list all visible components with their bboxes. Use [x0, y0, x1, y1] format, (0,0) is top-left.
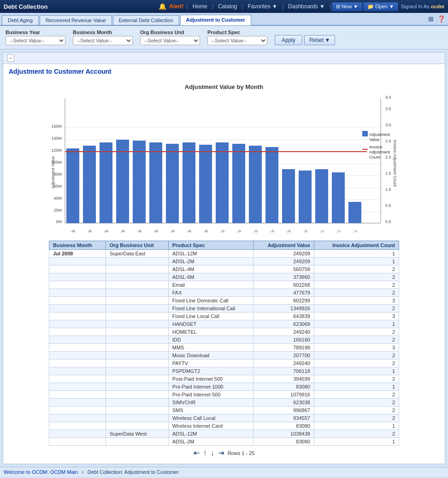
svg-text:Mar 2010: Mar 2010	[228, 229, 242, 232]
cell-month	[49, 407, 106, 414]
cell-inv-count: 1	[314, 258, 399, 266]
apply-button[interactable]: Apply	[275, 35, 302, 45]
cell-product: ADSL-12M	[168, 430, 253, 438]
table-icon-button[interactable]: ⊞	[427, 14, 435, 24]
cell-month	[49, 336, 106, 344]
col-header-adj-value: Adjustment Value	[253, 241, 314, 250]
table-row: Post-Paid Internet 5003945992	[49, 375, 399, 383]
svg-text:2.0: 2.0	[385, 155, 391, 159]
cell-product: Music Download	[168, 352, 253, 360]
cell-month: Jul 2008	[49, 250, 106, 258]
tab-external-debt[interactable]: External Debt Collection	[113, 15, 179, 25]
last-page-button[interactable]: ⇥	[218, 448, 224, 457]
svg-text:2.5: 2.5	[385, 139, 391, 143]
business-year-select[interactable]: --Select Value--	[6, 36, 65, 45]
prev-page-button[interactable]: ↑	[203, 449, 207, 457]
svg-text:Jul 2008: Jul 2008	[63, 229, 76, 232]
cell-org	[106, 414, 168, 422]
help-icon-button[interactable]: ❓	[436, 14, 446, 24]
reset-button[interactable]: Reset ▼	[304, 35, 335, 45]
reset-label: Reset	[309, 37, 324, 43]
open-button[interactable]: 📁 Open ▼	[363, 2, 398, 11]
cell-product: Fixed Line Local Call	[168, 313, 253, 320]
table-row: Fixed Line Domestic Call6022993	[49, 297, 399, 305]
cell-product: Pre-Paid Internet 500	[168, 391, 253, 399]
next-page-button[interactable]: ↓	[211, 449, 214, 457]
table-row: IDD1661602	[49, 336, 399, 344]
cell-org	[106, 344, 168, 352]
cell-month	[49, 297, 106, 305]
product-spec-label: Product Spec	[207, 30, 267, 35]
cell-month	[49, 289, 106, 297]
svg-text:May 2010: May 2010	[244, 229, 259, 232]
filter-row: Business Year --Select Value-- Business …	[6, 30, 442, 45]
new-button[interactable]: ⊞ New ▼	[332, 2, 362, 11]
favorites-link[interactable]: Favorites ▼	[244, 2, 281, 11]
bell-icon: 🔔	[159, 3, 166, 10]
catalog-link[interactable]: Catalog	[214, 2, 241, 11]
cell-adj-value: 602299	[253, 297, 314, 305]
business-month-select[interactable]: --Select Value--	[73, 36, 133, 45]
table-row: SMS9968672	[49, 407, 399, 414]
business-year-label: Business Year	[6, 30, 65, 35]
cell-inv-count: 1	[314, 320, 399, 328]
dashboards-link[interactable]: Dashboards ▼	[284, 2, 329, 11]
org-business-unit-select[interactable]: --Select Value--	[140, 36, 200, 45]
alert-label[interactable]: Alert!	[169, 3, 183, 10]
table-row: Email6022682	[49, 281, 399, 289]
welcome-link[interactable]: Welcome to OCDM: OCDM Main	[4, 469, 78, 475]
chart-svg: 0M 20M 40M 60M 80M 100M 120M 140M 160M 0…	[49, 94, 399, 232]
home-link[interactable]: Home	[189, 2, 211, 11]
tab-recovered-revenue[interactable]: Recovered Revenue Value	[40, 15, 112, 25]
cell-month	[49, 266, 106, 273]
svg-text:Adjustment: Adjustment	[369, 150, 390, 154]
folder-icon: 📁	[367, 4, 374, 10]
bar-8	[199, 145, 212, 223]
cell-adj-value: 996867	[253, 407, 314, 414]
bar-0	[66, 148, 79, 223]
cell-product: Fixed Line Domestic Call	[168, 297, 253, 305]
org-business-unit-label: Org Business Unit	[140, 30, 200, 35]
tab-debt-aging[interactable]: Debt Aging	[2, 15, 39, 25]
first-page-button[interactable]: ⇤	[194, 448, 200, 457]
cell-product: IDD	[168, 336, 253, 344]
cell-adj-value: 207700	[253, 352, 314, 360]
table-row: MMS7891983	[49, 344, 399, 352]
cell-month	[49, 305, 106, 313]
open-label: Open	[375, 4, 388, 9]
svg-text:Adjustment: Adjustment	[369, 132, 390, 137]
cell-inv-count: 1	[314, 422, 399, 430]
cell-org	[106, 320, 168, 328]
table-row: ADSL-4M5607592	[49, 266, 399, 273]
section-header: −	[3, 53, 445, 64]
cell-org	[106, 422, 168, 430]
username: ocdm	[431, 4, 444, 9]
tab-adjustment[interactable]: Adjustment to Customer	[180, 15, 251, 25]
svg-text:Nov 2010: Nov 2010	[294, 229, 308, 232]
cell-product: SIMVCHR	[168, 399, 253, 407]
product-spec-select[interactable]: --Select Value--	[207, 36, 267, 45]
collapse-button[interactable]: −	[7, 54, 14, 62]
table-row: Pre-Paid Internet 50010799162	[49, 391, 399, 399]
cell-inv-count: 3	[314, 313, 399, 320]
cell-adj-value: 934557	[253, 414, 314, 422]
table-row: Wireless Internet Card830801	[49, 422, 399, 430]
new-icon: ⊞	[336, 4, 340, 10]
svg-text:0.5: 0.5	[385, 203, 391, 208]
cell-product: ADSL-12M	[168, 250, 253, 258]
bar-13	[282, 169, 295, 223]
cell-month	[49, 352, 106, 360]
cell-org	[106, 258, 168, 266]
cell-org	[106, 352, 168, 360]
svg-text:1.5: 1.5	[385, 171, 391, 176]
cell-adj-value: 83080	[253, 438, 314, 446]
cell-adj-value: 602268	[253, 281, 314, 289]
chart-svg-wrapper: 0M 20M 40M 60M 80M 100M 120M 140M 160M 0…	[12, 94, 436, 232]
col-header-inv-count: Invoice Adjustment Count	[314, 241, 399, 250]
filter-buttons: Apply Reset ▼	[275, 35, 335, 45]
cell-inv-count: 3	[314, 297, 399, 305]
org-business-unit-filter: Org Business Unit --Select Value--	[140, 30, 200, 45]
cell-month	[49, 360, 106, 367]
open-dropdown-icon: ▼	[389, 4, 394, 9]
table-row: Wireless Call Local9345572	[49, 414, 399, 422]
